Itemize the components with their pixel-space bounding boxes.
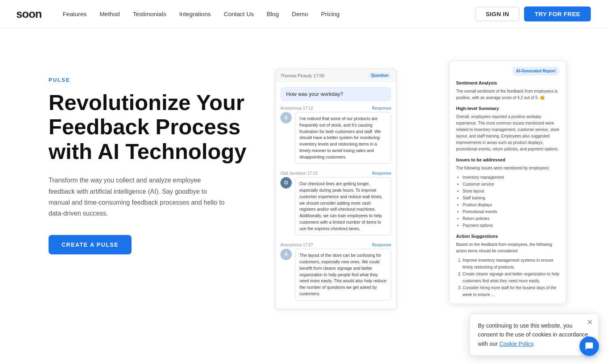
issue-3: Store layout bbox=[463, 188, 560, 195]
chat-question-bubble: How was your workday? bbox=[280, 87, 391, 101]
action-2: Create clearer signage and better organi… bbox=[463, 271, 560, 284]
report-section-sentiment-body: The overall sentiment of the feedback fr… bbox=[456, 88, 560, 101]
response-bubble-2: Our checkout lines are getting longer, e… bbox=[295, 177, 391, 235]
report-section-summary-title: High-level Summary bbox=[456, 105, 560, 112]
response-row-3: A The layout of the store can be confusi… bbox=[276, 249, 396, 305]
chat-fab-icon bbox=[585, 342, 594, 351]
logo[interactable]: soon bbox=[16, 8, 42, 21]
chat-panel: Thomas Picauly 17:00 Question How was yo… bbox=[275, 69, 397, 309]
signin-button[interactable]: SIGN IN bbox=[475, 7, 519, 21]
nav-blog[interactable]: Blog bbox=[262, 8, 284, 20]
cookie-close-button[interactable]: ✕ bbox=[587, 319, 593, 326]
chat-user-time: Thomas Picauly 17:00 bbox=[280, 73, 325, 78]
report-section-summary-body: Overall, employees reported a positive w… bbox=[456, 114, 560, 152]
action-1: Improve inventory management systems to … bbox=[463, 257, 560, 271]
navbar: soon Features Method Testimonials Integr… bbox=[0, 0, 607, 28]
hero-mockup: Thomas Picauly 17:00 Question How was yo… bbox=[259, 61, 575, 303]
ai-report-panel: AI-Generated Report Sentiment Analysis T… bbox=[449, 61, 567, 304]
nav-features[interactable]: Features bbox=[58, 8, 91, 20]
response-name-1: Anonymous 17:12 bbox=[280, 106, 313, 110]
avatar-2: O bbox=[280, 177, 292, 188]
response-bubble-3: The layout of the store can be confusing… bbox=[295, 249, 391, 301]
report-header: AI-Generated Report bbox=[456, 67, 560, 76]
response-label-3: Anonymous 17:27 Response bbox=[276, 243, 396, 249]
issue-7: Return policies bbox=[463, 215, 560, 222]
issue-8: Payment options bbox=[463, 222, 560, 229]
report-actions-list: Improve inventory management systems to … bbox=[456, 257, 560, 298]
nav-links: Features Method Testimonials Integration… bbox=[58, 8, 475, 20]
hero-content: PULSE Revolutionize Your Feedback Proces… bbox=[49, 61, 259, 254]
response-label-2: Olaf Jacobson 17:13 Response bbox=[276, 171, 396, 177]
chat-fab-button[interactable] bbox=[579, 336, 599, 356]
chat-question-tag: Question bbox=[368, 72, 391, 78]
create-pulse-button[interactable]: CREATE A PULSE bbox=[49, 235, 132, 254]
response-label-1: Anonymous 17:12 Response bbox=[276, 106, 396, 112]
nav-integrations[interactable]: Integrations bbox=[174, 8, 216, 20]
nav-method[interactable]: Method bbox=[95, 8, 125, 20]
response-row-2: O Our checkout lines are getting longer,… bbox=[276, 177, 396, 239]
response-name-3: Anonymous 17:27 bbox=[280, 243, 313, 247]
response-row-1: A I've noticed that some of our products… bbox=[276, 112, 396, 168]
cookie-policy-link[interactable]: Cookie Policy bbox=[499, 341, 533, 347]
report-section-issues-intro: The following issues were mentioned by e… bbox=[456, 165, 560, 171]
report-section-actions-intro: Based on the feedback from employees, th… bbox=[456, 241, 560, 254]
nav-demo[interactable]: Demo bbox=[287, 8, 313, 20]
chat-header: Thomas Picauly 17:00 Question bbox=[276, 69, 396, 82]
mockup-container: Thomas Picauly 17:00 Question How was yo… bbox=[275, 61, 567, 303]
issue-1: Inventory management bbox=[463, 174, 560, 181]
report-section-sentiment-title: Sentiment Analysis bbox=[456, 80, 560, 87]
nav-buttons: SIGN IN TRY FOR FREE bbox=[475, 6, 591, 21]
nav-pricing[interactable]: Pricing bbox=[316, 8, 344, 20]
avatar-3: A bbox=[280, 249, 292, 260]
cookie-banner: ✕ By continuing to use this website, you… bbox=[469, 313, 599, 356]
response-tag-1: Response bbox=[372, 106, 391, 110]
hero-title: Revolutionize Your Feedback Process with… bbox=[49, 90, 259, 163]
action-3: Consider hiring more staff for the busie… bbox=[463, 284, 560, 298]
response-tag-2: Response bbox=[372, 171, 391, 176]
report-issues-list: Inventory management Customer service St… bbox=[456, 174, 560, 229]
try-free-button[interactable]: TRY FOR FREE bbox=[524, 6, 591, 21]
report-badge: AI-Generated Report bbox=[512, 67, 560, 76]
report-section-issues-title: Issues to be addressed bbox=[456, 157, 560, 163]
issue-4: Staff training bbox=[463, 195, 560, 201]
response-tag-3: Response bbox=[372, 243, 391, 247]
issue-6: Promotional events bbox=[463, 208, 560, 215]
hero-subtitle: Transform the way you collect and analyz… bbox=[49, 175, 227, 219]
response-name-2: Olaf Jacobson 17:13 bbox=[280, 171, 318, 176]
response-bubble-1: I've noticed that some of our products a… bbox=[295, 112, 391, 164]
report-section-actions-title: Action Suggestions bbox=[456, 233, 560, 240]
issue-2: Customer service bbox=[463, 181, 560, 188]
nav-testimonials[interactable]: Testimonials bbox=[128, 8, 171, 20]
cookie-period: . bbox=[533, 341, 535, 347]
avatar-1: A bbox=[280, 112, 292, 123]
hero-badge: PULSE bbox=[49, 77, 259, 83]
issue-5: Product displays bbox=[463, 201, 560, 208]
nav-contact[interactable]: Contact Us bbox=[219, 8, 259, 20]
